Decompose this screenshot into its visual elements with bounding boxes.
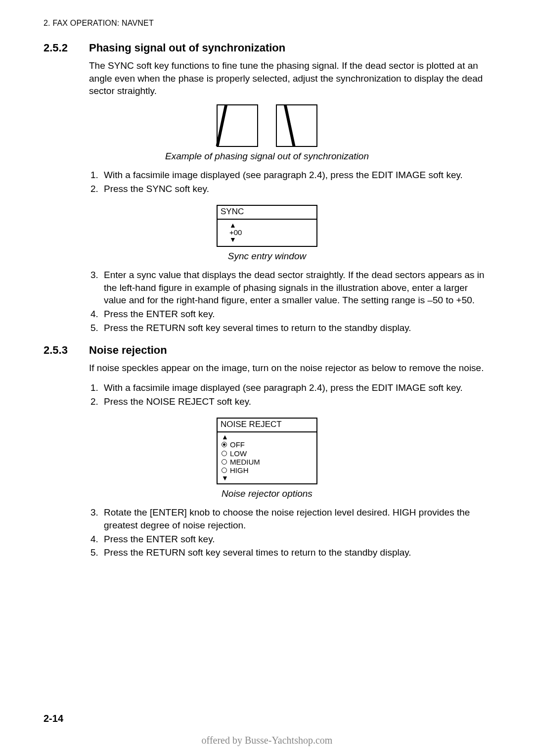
- nr-option: MEDIUM: [230, 458, 260, 466]
- list-item: With a facsimile image displayed (see pa…: [101, 381, 490, 394]
- list-item: Press the NOISE REJECT soft key.: [101, 395, 490, 408]
- noise-caption: Noise rejector options: [44, 488, 490, 499]
- triangle-down-icon: ▼: [222, 474, 313, 481]
- list-item: Press the RETURN soft key several times …: [101, 322, 490, 334]
- list-item: Press the ENTER soft key.: [101, 533, 490, 546]
- footer-credit: offered by Busse-Yachtshop.com: [44, 735, 490, 746]
- list-item: Press the ENTER soft key.: [101, 308, 490, 321]
- nr-option: LOW: [230, 449, 247, 458]
- sync-window-title: SYNC: [218, 206, 316, 220]
- noise-window-title: NOISE REJECT: [218, 419, 316, 432]
- triangle-up-icon: ▲: [229, 222, 316, 229]
- noise-steps-a: With a facsimile image displayed (see pa…: [89, 381, 490, 408]
- dead-sector-left-box: [217, 104, 258, 147]
- sync-value: +00: [229, 229, 316, 236]
- triangle-down-icon: ▼: [229, 236, 316, 243]
- section-number-252: 2.5.2: [44, 42, 89, 54]
- list-item: Enter a sync value that displays the dea…: [101, 269, 490, 307]
- phasing-figure: [44, 104, 490, 147]
- intro-phasing: The SYNC soft key functions to fine tune…: [89, 59, 490, 97]
- intro-noise: If noise speckles appear on the image, t…: [89, 362, 490, 375]
- sync-caption: Sync entry window: [44, 251, 490, 262]
- nr-option: OFF: [230, 440, 245, 449]
- phasing-caption: Example of phasing signal out of synchro…: [44, 151, 490, 162]
- page-header: 2. FAX OPERATION: NAVNET: [44, 19, 490, 28]
- list-item: With a facsimile image displayed (see pa…: [101, 169, 490, 182]
- section-title-noise: Noise rejection: [89, 344, 167, 357]
- phasing-steps-a: With a facsimile image displayed (see pa…: [89, 169, 490, 195]
- radio-icon: [222, 459, 227, 465]
- radio-icon: [222, 468, 227, 473]
- sync-entry-window: SYNC ▲ +00 ▼: [217, 205, 317, 247]
- list-item: Rotate the [ENTER] knob to choose the no…: [101, 506, 490, 531]
- dead-sector-right-box: [276, 104, 317, 147]
- list-item: Press the RETURN soft key several times …: [101, 546, 490, 559]
- phasing-steps-b: Enter a sync value that displays the dea…: [89, 269, 490, 334]
- noise-reject-window: NOISE REJECT ▲ OFF LOW MEDIUM HIGH ▼: [217, 418, 317, 484]
- page-number: 2-14: [44, 713, 63, 724]
- list-item: Press the SYNC soft key.: [101, 183, 490, 195]
- triangle-up-icon: ▲: [222, 433, 313, 440]
- section-title-phasing: Phasing signal out of synchronization: [89, 42, 285, 54]
- radio-icon: [222, 451, 227, 456]
- noise-steps-b: Rotate the [ENTER] knob to choose the no…: [89, 506, 490, 559]
- radio-selected-icon: [222, 442, 227, 447]
- nr-option: HIGH: [230, 466, 249, 474]
- section-number-253: 2.5.3: [44, 344, 89, 357]
